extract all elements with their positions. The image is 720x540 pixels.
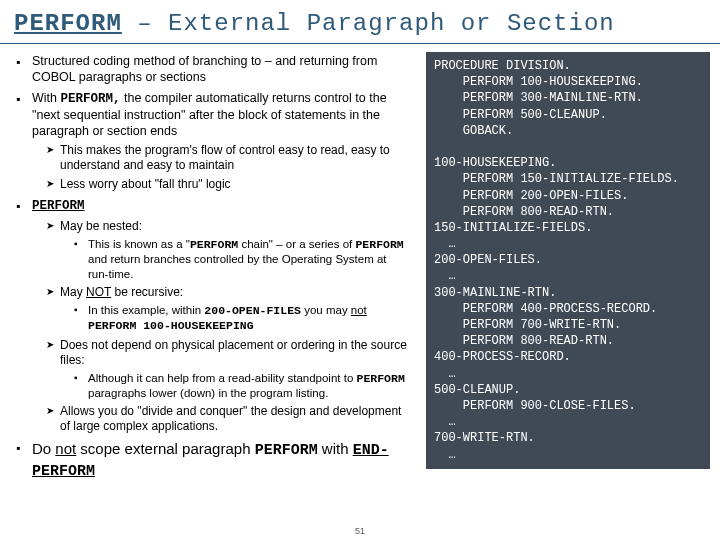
bullet-list: Structured coding method of branching to… xyxy=(16,54,410,482)
bullet-1-text: Structured coding method of branching to… xyxy=(32,54,377,84)
bullet-3: PERFORM May be nested: This is known as … xyxy=(16,198,410,434)
slide-body: Structured coding method of branching to… xyxy=(0,44,720,488)
b3s2a-code2: PERFORM 100-HOUSEKEEPING xyxy=(88,319,254,332)
b2-pre: With xyxy=(32,91,60,105)
bullet-3-sub1: May be nested: This is known as a "PERFO… xyxy=(46,219,410,281)
slide-title: PERFORM – External Paragraph or Section xyxy=(0,0,720,44)
b3s1a-pre: This is known as a " xyxy=(88,238,190,250)
b3s2a-code: 200-OPEN-FILES xyxy=(204,304,301,317)
bullet-3-sub3-a: Although it can help from a read-ability… xyxy=(74,371,410,401)
b4-mid: scope external paragraph xyxy=(76,440,254,457)
title-keyword: PERFORM xyxy=(14,10,122,37)
code-box: PROCEDURE DIVISION. PERFORM 100-HOUSEKEE… xyxy=(426,52,710,469)
b2s2-text: Less worry about "fall thru" logic xyxy=(60,177,231,191)
b3s2-not: NOT xyxy=(86,285,111,299)
b3s2a-mid: you may xyxy=(301,304,351,316)
bullet-3-sub3: Does not depend on physical placement or… xyxy=(46,338,410,401)
bullet-3-sub2: May NOT be recursive: In this example, w… xyxy=(46,285,410,334)
right-column: PROCEDURE DIVISION. PERFORM 100-HOUSEKEE… xyxy=(420,44,720,488)
bullet-1: Structured coding method of branching to… xyxy=(16,54,410,85)
b4-mid2: with xyxy=(318,440,353,457)
bullet-2-sub2: Less worry about "fall thru" logic xyxy=(46,177,410,192)
b3s1a-kw2: PERFORM xyxy=(355,238,403,251)
b3s3a-kw: PERFORM xyxy=(357,372,405,385)
b3s1-text: May be nested: xyxy=(60,219,142,233)
b3s1a-mid: chain" – or a series of xyxy=(238,238,355,250)
b4-not: not xyxy=(55,440,76,457)
b3s3-text: Does not depend on physical placement or… xyxy=(60,338,407,367)
b3s2-pre: May xyxy=(60,285,86,299)
b3-kw: PERFORM xyxy=(32,199,85,213)
b3s2a-not: not xyxy=(351,304,367,316)
b2s1-text: This makes the program's flow of control… xyxy=(60,143,390,172)
b3s4-text: Allows you do "divide and conquer" the d… xyxy=(60,404,401,433)
bullet-3-sub4: Allows you do "divide and conquer" the d… xyxy=(46,404,410,434)
b3s3a-pre: Although it can help from a read-ability… xyxy=(88,372,357,384)
b3s2a-pre: In this example, within xyxy=(88,304,204,316)
b3s3a-post: paragraphs lower (down) in the program l… xyxy=(88,387,328,399)
title-rest: – External Paragraph or Section xyxy=(122,10,615,37)
left-column: Structured coding method of branching to… xyxy=(0,44,420,488)
b3s2-post: be recursive: xyxy=(111,285,183,299)
b4-kw1: PERFORM xyxy=(255,442,318,459)
b4-pre: Do xyxy=(32,440,55,457)
b3s1a-kw1: PERFORM xyxy=(190,238,238,251)
b3s1a-post: and return branches controlled by the Op… xyxy=(88,253,387,279)
bullet-4: Do not scope external paragraph PERFORM … xyxy=(16,440,410,482)
bullet-3-sub2-a: In this example, within 200-OPEN-FILES y… xyxy=(74,303,410,334)
bullet-3-sub1-a: This is known as a "PERFORM chain" – or … xyxy=(74,237,410,281)
slide: PERFORM – External Paragraph or Section … xyxy=(0,0,720,540)
page-number: 51 xyxy=(355,526,365,536)
bullet-2: With PERFORM, the compiler automatically… xyxy=(16,91,410,192)
b2-kw: PERFORM, xyxy=(60,92,120,106)
bullet-2-sub1: This makes the program's flow of control… xyxy=(46,143,410,173)
